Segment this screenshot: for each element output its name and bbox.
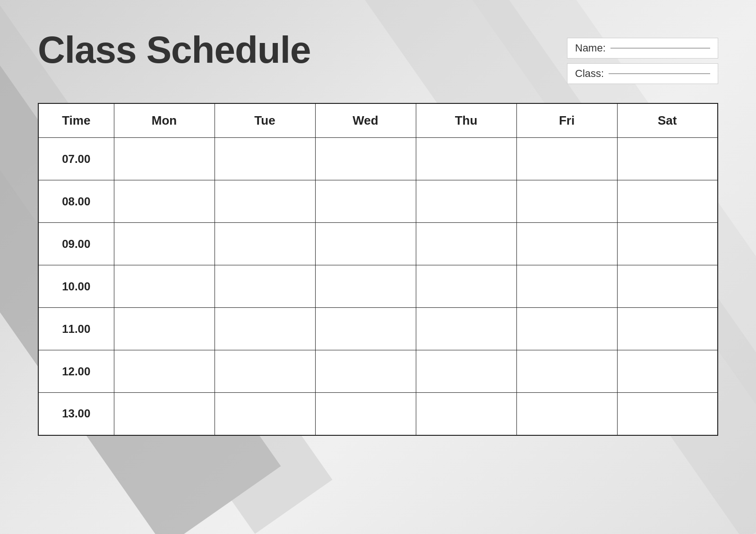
cell-fri-4[interactable] [516,308,617,350]
cell-mon-3[interactable] [114,265,215,308]
cell-sat-5[interactable] [617,350,718,393]
time-cell-2: 09.00 [38,223,114,265]
cell-thu-0[interactable] [416,138,516,180]
table-row: 10.00 [38,265,718,308]
cell-tue-2[interactable] [215,223,315,265]
name-label: Name: [575,42,606,54]
time-cell-4: 11.00 [38,308,114,350]
cell-mon-2[interactable] [114,223,215,265]
time-cell-0: 07.00 [38,138,114,180]
table-row: 13.00 [38,393,718,435]
cell-wed-2[interactable] [315,223,416,265]
cell-sat-4[interactable] [617,308,718,350]
table-wrapper: Time Mon Tue Wed Thu Fri Sat 07.0008.000… [38,103,718,436]
info-fields: Name: Class: [567,38,718,84]
class-line [609,73,710,74]
cell-sat-3[interactable] [617,265,718,308]
col-header-fri: Fri [516,103,617,138]
cell-mon-0[interactable] [114,138,215,180]
header-row: Time Mon Tue Wed Thu Fri Sat [38,103,718,138]
class-label: Class: [575,68,604,80]
table-row: 08.00 [38,180,718,223]
cell-tue-1[interactable] [215,180,315,223]
schedule-table: Time Mon Tue Wed Thu Fri Sat 07.0008.000… [38,103,718,436]
time-cell-1: 08.00 [38,180,114,223]
cell-wed-0[interactable] [315,138,416,180]
table-body: 07.0008.0009.0010.0011.0012.0013.00 [38,138,718,435]
cell-fri-2[interactable] [516,223,617,265]
class-field[interactable]: Class: [567,63,718,84]
cell-fri-1[interactable] [516,180,617,223]
cell-sat-2[interactable] [617,223,718,265]
cell-wed-1[interactable] [315,180,416,223]
page-title: Class Schedule [38,28,310,72]
cell-sat-0[interactable] [617,138,718,180]
cell-mon-6[interactable] [114,393,215,435]
col-header-time: Time [38,103,114,138]
table-row: 11.00 [38,308,718,350]
col-header-tue: Tue [215,103,315,138]
cell-tue-6[interactable] [215,393,315,435]
cell-wed-3[interactable] [315,265,416,308]
col-header-thu: Thu [416,103,516,138]
cell-tue-4[interactable] [215,308,315,350]
cell-fri-6[interactable] [516,393,617,435]
cell-mon-1[interactable] [114,180,215,223]
cell-fri-3[interactable] [516,265,617,308]
cell-mon-5[interactable] [114,350,215,393]
cell-thu-4[interactable] [416,308,516,350]
cell-fri-0[interactable] [516,138,617,180]
cell-thu-6[interactable] [416,393,516,435]
col-header-wed: Wed [315,103,416,138]
cell-sat-1[interactable] [617,180,718,223]
table-row: 12.00 [38,350,718,393]
header: Class Schedule Name: Class: [38,28,718,84]
cell-thu-3[interactable] [416,265,516,308]
name-field[interactable]: Name: [567,38,718,59]
table-row: 07.00 [38,138,718,180]
name-line [610,48,710,49]
cell-sat-6[interactable] [617,393,718,435]
cell-thu-1[interactable] [416,180,516,223]
cell-thu-5[interactable] [416,350,516,393]
cell-wed-5[interactable] [315,350,416,393]
cell-tue-0[interactable] [215,138,315,180]
cell-tue-3[interactable] [215,265,315,308]
main-content: Class Schedule Name: Class: Time Mon Tue… [0,0,756,464]
cell-wed-4[interactable] [315,308,416,350]
table-row: 09.00 [38,223,718,265]
time-cell-3: 10.00 [38,265,114,308]
time-cell-6: 13.00 [38,393,114,435]
cell-mon-4[interactable] [114,308,215,350]
cell-wed-6[interactable] [315,393,416,435]
col-header-mon: Mon [114,103,215,138]
table-header: Time Mon Tue Wed Thu Fri Sat [38,103,718,138]
cell-tue-5[interactable] [215,350,315,393]
cell-fri-5[interactable] [516,350,617,393]
col-header-sat: Sat [617,103,718,138]
cell-thu-2[interactable] [416,223,516,265]
time-cell-5: 12.00 [38,350,114,393]
